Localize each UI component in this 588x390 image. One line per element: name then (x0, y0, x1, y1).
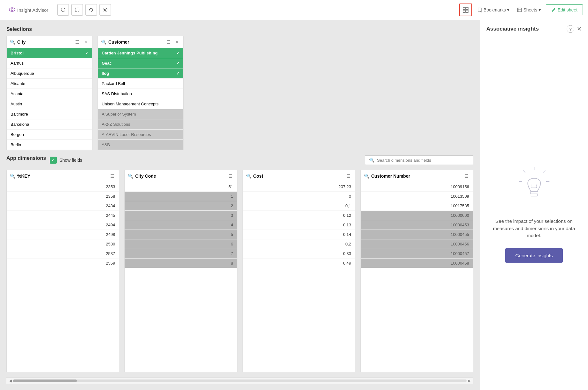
cost-item-4[interactable]: 0,12 (243, 211, 355, 220)
citycode-item-3[interactable]: 3 (125, 211, 237, 220)
rotate-select-button[interactable] (85, 4, 97, 16)
cost-item-5[interactable]: 0,13 (243, 220, 355, 230)
help-button[interactable]: ? (567, 25, 574, 33)
custnum-item-10000455[interactable]: 10000455 (361, 230, 473, 239)
selections-title: Selections (6, 26, 473, 32)
generate-insights-button[interactable]: Generate insights (505, 248, 563, 263)
key-item-2358[interactable]: 2358 (7, 192, 119, 201)
svg-rect-8 (463, 10, 465, 12)
settings-button[interactable] (99, 4, 111, 16)
sheets-label: Sheets (523, 7, 537, 12)
cost-list-btn[interactable]: ☰ (345, 173, 352, 179)
toolbar-icons (57, 4, 111, 16)
svg-point-2 (61, 8, 65, 12)
key-item-2537[interactable]: 2537 (7, 249, 119, 259)
scroll-thumb[interactable] (13, 379, 77, 382)
key-item-2559[interactable]: 2559 (7, 259, 119, 268)
customer-item-ab[interactable]: A&B (98, 140, 183, 150)
customer-list-icon-btn[interactable]: ☰ (165, 39, 172, 45)
sheets-button[interactable]: Sheets ▾ (514, 5, 543, 14)
city-item-bergen[interactable]: Bergen (7, 130, 92, 140)
dimensions-search-input[interactable] (377, 158, 469, 163)
scroll-left-arrow[interactable]: ◀ (8, 379, 13, 383)
cost-item-9[interactable]: 0,49 (243, 259, 355, 268)
custnum-item-10009156[interactable]: 10009156 (361, 182, 473, 192)
right-panel-title: Associative insights (486, 26, 564, 32)
key-dim-header: 🔍 %KEY ☰ (7, 170, 119, 182)
customer-item-ilog[interactable]: Ilog ✓ (98, 68, 183, 79)
custnum-item-10000458[interactable]: 10000458 (361, 259, 473, 268)
key-item-2434[interactable]: 2434 (7, 201, 119, 211)
customer-clear-btn[interactable]: ✕ (174, 39, 180, 45)
close-button[interactable]: ✕ (577, 25, 582, 32)
citycode-item-2[interactable]: 2 (125, 201, 237, 211)
custnum-item-10000453[interactable]: 10000453 (361, 220, 473, 230)
city-list-icon-btn[interactable]: ☰ (74, 39, 81, 45)
key-item-2353[interactable]: 2353 (7, 182, 119, 192)
cost-item-2[interactable]: 0 (243, 192, 355, 201)
custnum-item-10000457[interactable]: 10000457 (361, 249, 473, 259)
bookmarks-button[interactable]: Bookmarks ▾ (475, 5, 512, 14)
edit-sheet-button[interactable]: Edit sheet (546, 4, 583, 15)
key-search-icon: 🔍 (10, 174, 15, 179)
insight-advisor-button[interactable]: Insight Advisor (5, 4, 52, 16)
citycode-item-6[interactable]: 6 (125, 239, 237, 249)
custnum-dim-title: Customer Number (371, 174, 461, 179)
custnum-item-10000456[interactable]: 10000456 (361, 239, 473, 249)
city-item-aarhus[interactable]: Aarhus (7, 58, 92, 68)
citycode-item-8[interactable]: 8 (125, 259, 237, 268)
show-fields-toggle[interactable]: ✓ Show fields (50, 157, 82, 164)
city-item-bristol[interactable]: Bristol ✓ (7, 48, 92, 58)
cost-item-1[interactable]: -207,23 (243, 182, 355, 192)
city-selection-title: City (17, 39, 72, 45)
citycode-item-5[interactable]: 5 (125, 230, 237, 239)
key-item-2498[interactable]: 2498 (7, 230, 119, 239)
customer-item-sas[interactable]: SAS Distribution (98, 89, 183, 99)
city-item-austin[interactable]: Austin (7, 99, 92, 109)
city-item-atlanta[interactable]: Atlanta (7, 89, 92, 99)
lasso-select-button[interactable] (57, 4, 69, 16)
customer-selection-header: 🔍 Customer ☰ ✕ (98, 36, 183, 48)
key-list-btn[interactable]: ☰ (109, 173, 116, 179)
custnum-list-btn[interactable]: ☰ (463, 173, 470, 179)
scroll-right-arrow[interactable]: ▶ (467, 379, 472, 383)
rect-select-button[interactable] (71, 4, 83, 16)
toolbar-right: Bookmarks ▾ Sheets ▾ Edit sheet (459, 4, 583, 16)
cost-item-6[interactable]: 0,14 (243, 230, 355, 239)
city-item-barcelona[interactable]: Barcelona (7, 119, 92, 130)
show-fields-checkbox: ✓ (50, 157, 57, 164)
citycode-item-1[interactable]: 1 (125, 192, 237, 201)
citycode-list-btn[interactable]: ☰ (227, 173, 234, 179)
city-item-alicante[interactable]: Alicante (7, 79, 92, 89)
customer-item-a2z[interactable]: A-2-Z Solutions (98, 119, 183, 130)
cost-item-8[interactable]: 0,33 (243, 249, 355, 259)
key-item-2530[interactable]: 2530 (7, 239, 119, 249)
svg-rect-10 (518, 8, 521, 12)
customer-item-carden[interactable]: Carden Jennings Publishing ✓ (98, 48, 183, 58)
custnum-item-10000000[interactable]: 10000000 (361, 211, 473, 220)
city-item-baltimore[interactable]: Baltimore (7, 109, 92, 119)
citycode-item-51[interactable]: 51 (125, 182, 237, 192)
city-item-berlin[interactable]: Berlin (7, 140, 92, 150)
customer-item-packard[interactable]: Packard Bell (98, 79, 183, 89)
customer-item-superior[interactable]: A Superior System (98, 109, 183, 119)
city-selection-box: 🔍 City ☰ ✕ Bristol ✓ Aarhus Albuquerque … (6, 36, 92, 150)
city-clear-btn[interactable]: ✕ (83, 39, 89, 45)
horizontal-scrollbar[interactable]: ◀ ▶ (6, 377, 473, 384)
citycode-item-4[interactable]: 4 (125, 220, 237, 230)
citycode-item-7[interactable]: 7 (125, 249, 237, 259)
city-item-albuquerque[interactable]: Albuquerque (7, 68, 92, 79)
key-item-2445[interactable]: 2445 (7, 211, 119, 220)
cost-dim-title: Cost (253, 174, 343, 179)
customer-item-geac[interactable]: Geac ✓ (98, 58, 183, 68)
svg-rect-7 (466, 7, 468, 10)
cost-item-7[interactable]: 0,2 (243, 239, 355, 249)
grid-view-button[interactable] (459, 4, 472, 16)
customer-item-arvin[interactable]: A-ARVIN Laser Resources (98, 130, 183, 140)
custnum-item-10013509[interactable]: 10013509 (361, 192, 473, 201)
key-item-2494[interactable]: 2494 (7, 220, 119, 230)
svg-point-0 (9, 8, 15, 11)
cost-item-3[interactable]: 0,1 (243, 201, 355, 211)
custnum-item-10017585[interactable]: 10017585 (361, 201, 473, 211)
customer-item-unison[interactable]: Unison Management Concepts (98, 99, 183, 109)
